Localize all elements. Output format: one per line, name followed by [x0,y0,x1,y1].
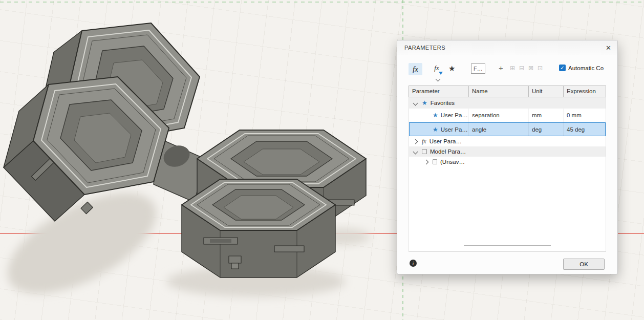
ok-button[interactable]: OK [563,259,605,270]
group-label: Model Para… [430,148,466,155]
chevron-right-icon[interactable] [424,159,429,164]
row-angle[interactable]: ★ User Pa… angle deg 45 deg [409,122,606,136]
document-icon [433,159,437,164]
parameter-type: User Pa… [441,126,468,133]
checkbox-checked-icon[interactable]: ✓ [559,65,566,71]
row-favorites-group[interactable]: ★ Favorites [409,97,606,109]
toolbar-action-2-icon[interactable]: ⊟ [519,65,524,71]
parameters-toolbar: fx fx ★ F… + ⊞ ⊟ ⊠ ⊡ ✓ Automatic Co [397,63,617,77]
parameter-expression[interactable]: 0 mm [564,109,607,122]
automatic-compute-toggle[interactable]: ✓ Automatic Co [559,65,604,71]
dialog-title: PARAMETERS [404,45,445,51]
parameter-name[interactable]: angle [469,122,529,136]
group-label: User Para… [430,138,462,144]
fx-icon: fx [422,138,426,144]
row-separation[interactable]: ★ User Pa… separation mm 0 mm [409,109,606,122]
column-header-parameter[interactable]: Parameter [409,86,469,97]
column-header-name[interactable]: Name [469,86,529,97]
chevron-right-icon[interactable] [413,139,418,144]
hexagonal-3d-model[interactable] [0,0,399,320]
group-label: Favorites [431,100,455,106]
parameter-expression[interactable]: 45 deg [564,122,607,136]
favorite-star-icon[interactable]: ★ [433,112,438,118]
parameters-table-header: Parameter Name Unit Expression [409,86,606,97]
funnel-icon [439,72,443,75]
parameter-name[interactable]: separation [469,109,529,122]
model-box-icon [422,149,427,154]
favorites-filter-star-icon[interactable]: ★ [448,65,455,72]
chevron-down-icon[interactable] [436,77,441,82]
toolbar-action-1-icon[interactable]: ⊞ [510,65,515,71]
column-header-unit[interactable]: Unit [529,86,564,97]
favorites-star-icon: ★ [422,100,427,106]
fx-filter-icon[interactable]: fx [430,64,443,75]
info-icon[interactable]: i [410,260,417,267]
toolbar-action-3-icon[interactable]: ⊠ [528,65,533,71]
chevron-down-icon[interactable] [413,149,418,154]
row-model-parameters-group[interactable]: Model Para… [409,146,606,157]
table-resize-gripper[interactable] [464,245,551,246]
row-unsaved-group[interactable]: (Unsav… [409,157,606,167]
favorite-star-icon[interactable]: ★ [433,126,438,133]
user-parameter-fx-icon[interactable]: fx [409,63,422,75]
dialog-titlebar[interactable]: PARAMETERS ✕ [397,40,617,55]
parameter-unit: mm [529,109,564,122]
filter-input[interactable]: F… [471,63,485,74]
add-parameter-icon[interactable]: + [499,64,503,72]
parameter-type: User Pa… [441,112,468,118]
close-icon[interactable]: ✕ [606,45,611,51]
parameters-dialog: PARAMETERS ✕ fx fx ★ F… + ⊞ ⊟ ⊠ ⊡ ✓ Auto… [397,40,618,274]
column-header-expression[interactable]: Expression [564,86,607,97]
chevron-down-icon[interactable] [413,100,418,105]
group-label: (Unsav… [440,159,465,165]
parameters-table-body: ★ Favorites ★ User Pa… separation mm 0 m… [409,97,606,252]
parameter-unit: deg [529,122,564,136]
fx-filter-glyph: fx [434,64,439,72]
automatic-compute-label: Automatic Co [568,65,604,71]
toolbar-action-4-icon[interactable]: ⊡ [538,65,543,71]
row-user-parameters-group[interactable]: fx User Para… [409,136,606,146]
